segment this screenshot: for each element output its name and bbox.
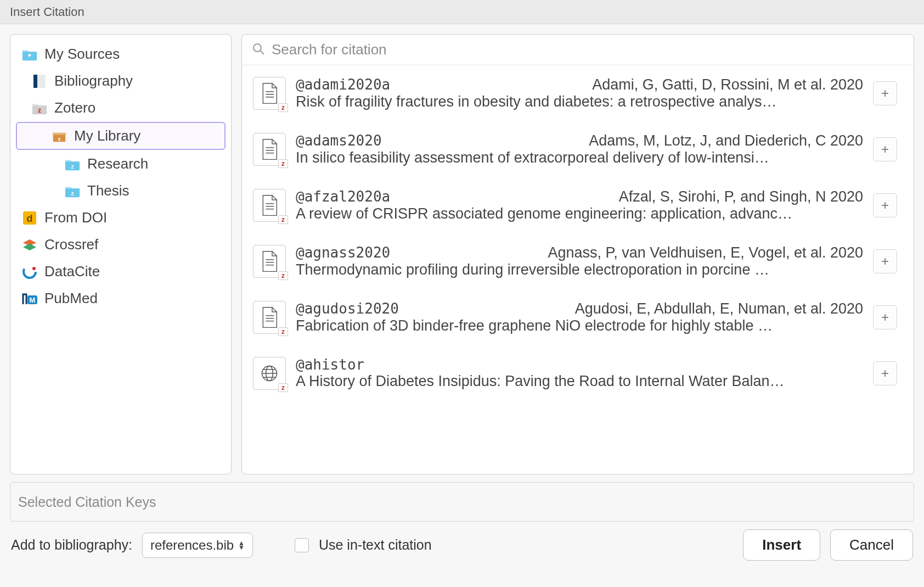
zotero-badge-icon: z [278, 383, 288, 392]
doi-icon: d [21, 210, 38, 226]
folder-icon: z [64, 156, 81, 172]
svg-text:z: z [71, 164, 74, 170]
results-panel: z @adami2020a Adami, G, Gatti, D, Rossin… [241, 34, 914, 474]
sidebar-label: Bibliography [54, 72, 133, 90]
sidebar-label: Research [87, 155, 148, 172]
result-row[interactable]: z @adami2020a Adami, G, Gatti, D, Rossin… [242, 65, 911, 121]
zotero-badge-icon: z [278, 159, 288, 168]
svg-text:z: z [58, 136, 61, 141]
search-icon [252, 42, 265, 58]
svg-marker-15 [23, 244, 36, 250]
sidebar-label: My Sources [44, 46, 120, 63]
result-title: In silico feasibility assessment of extr… [296, 149, 822, 166]
datacite-icon [21, 264, 38, 279]
svg-text:d: d [27, 213, 33, 224]
result-row[interactable]: z @ahistor A History of Diabetes Insipid… [242, 345, 911, 401]
sidebar-label: Thesis [87, 182, 129, 199]
result-title: A History of Diabetes Insipidus: Paving … [296, 373, 822, 390]
sidebar-label: PubMed [44, 290, 98, 307]
footer-controls: Add to bibliography: references.bib ▲▼ U… [0, 522, 924, 561]
citekey: @agudosi2020 [296, 300, 399, 317]
window-title-bar: Insert Citation [0, 0, 924, 24]
svg-line-21 [260, 51, 264, 54]
sidebar-item-pubmed[interactable]: M PubMed [16, 286, 226, 311]
doc-icon: z [253, 301, 286, 334]
pubmed-icon: M [21, 291, 38, 306]
sidebar-label: DataCite [44, 263, 100, 280]
sidebar-item-my-sources[interactable]: ❞ My Sources [16, 41, 226, 67]
zotero-badge-icon: z [278, 327, 288, 336]
svg-point-20 [253, 44, 261, 52]
zotero-badge-icon: z [278, 271, 288, 280]
sidebar-item-crossref[interactable]: Crossref [16, 232, 226, 258]
sidebar-item-research[interactable]: z Research [16, 151, 226, 177]
sidebar-label: From DOI [44, 209, 107, 226]
sidebar-item-zotero[interactable]: z Zotero [16, 95, 226, 121]
sidebar-item-my-library[interactable]: z My Library [16, 122, 226, 150]
result-row[interactable]: z @afzal2020a Afzal, S, Sirohi, P, and S… [242, 177, 911, 233]
result-row[interactable]: z @agnass2020 Agnass, P, van Veldhuisen,… [242, 233, 911, 289]
citekey: @agnass2020 [296, 244, 390, 261]
cancel-button[interactable]: Cancel [830, 529, 913, 561]
citekey: @afzal2020a [296, 188, 390, 205]
folder-quote-icon: ❞ [21, 47, 38, 62]
sidebar-label: My Library [74, 127, 140, 144]
add-citation-button[interactable]: + [873, 137, 897, 161]
add-citation-button[interactable]: + [873, 305, 897, 329]
citekey: @adams2020 [296, 132, 382, 149]
result-title: Fabrication of 3D binder-free graphene N… [296, 317, 822, 334]
in-text-citation-checkbox[interactable] [295, 538, 309, 552]
result-authors: Adami, G, Gatti, D, Rossini, M et al. 20… [592, 76, 863, 93]
result-authors: Agnass, P, van Veldhuisen, E, Vogel, et … [548, 244, 863, 261]
library-box-icon: z [51, 128, 67, 144]
result-title: Risk of fragility fractures in obesity a… [296, 93, 822, 110]
doc-icon: z [253, 189, 286, 222]
in-text-citation-label: Use in-text citation [319, 537, 432, 553]
citekey: @ahistor [296, 356, 364, 373]
insert-button[interactable]: Insert [743, 529, 820, 561]
add-citation-button[interactable]: + [873, 81, 897, 105]
sidebar-item-datacite[interactable]: DataCite [16, 259, 226, 284]
doc-icon: z [253, 77, 286, 110]
sidebar-item-from-doi[interactable]: d From DOI [16, 205, 226, 231]
add-citation-button[interactable]: + [873, 249, 897, 273]
bibliography-file-value: references.bib [150, 538, 234, 553]
add-to-bibliography-label: Add to bibliography: [11, 537, 132, 553]
source-sidebar: ❞ My Sources Bibliography z [10, 34, 232, 474]
result-authors: Agudosi, E, Abdullah, E, Numan, et al. 2… [575, 300, 863, 317]
results-list[interactable]: z @adami2020a Adami, G, Gatti, D, Rossin… [242, 65, 914, 474]
bibliography-file-select[interactable]: references.bib ▲▼ [142, 533, 253, 558]
add-citation-button[interactable]: + [873, 361, 897, 385]
svg-text:z: z [71, 191, 74, 197]
globe-icon: z [253, 357, 286, 390]
zotero-badge-icon: z [278, 215, 288, 224]
selected-citation-keys-field[interactable]: Selected Citation Keys [10, 482, 914, 522]
folder-icon: z [64, 183, 81, 199]
search-input[interactable] [272, 41, 904, 58]
svg-text:❞: ❞ [28, 53, 31, 59]
svg-rect-3 [37, 75, 46, 88]
citekey: @adami2020a [296, 76, 390, 93]
result-row[interactable]: z @adams2020 Adams, M, Lotz, J, and Died… [242, 121, 911, 177]
result-row[interactable]: z @agudosi2020 Agudosi, E, Abdullah, E, … [242, 289, 911, 345]
result-authors: Afzal, S, Sirohi, P, and Singh, N 2020 [619, 188, 863, 205]
result-authors: Adams, M, Lotz, J, and Diederich, C 2020 [589, 132, 863, 149]
folder-zotero-icon: z [31, 100, 48, 116]
add-citation-button[interactable]: + [873, 193, 897, 217]
doc-icon: z [253, 245, 286, 278]
svg-text:M: M [30, 296, 36, 304]
sidebar-item-thesis[interactable]: z Thesis [16, 178, 226, 204]
result-title: A review of CRISPR associated genome eng… [296, 205, 822, 222]
svg-rect-2 [33, 75, 37, 88]
crossref-icon [21, 237, 38, 253]
sidebar-label: Zotero [54, 99, 95, 116]
result-title: Thermodynamic profiling during irreversi… [296, 261, 822, 278]
book-icon [31, 74, 48, 89]
window-title: Insert Citation [10, 5, 84, 19]
select-chevron-icon: ▲▼ [238, 541, 245, 550]
sidebar-label: Crossref [44, 236, 98, 253]
selected-keys-placeholder: Selected Citation Keys [18, 494, 156, 510]
svg-point-17 [32, 267, 36, 270]
sidebar-item-bibliography[interactable]: Bibliography [16, 68, 226, 94]
zotero-badge-icon: z [278, 103, 288, 112]
